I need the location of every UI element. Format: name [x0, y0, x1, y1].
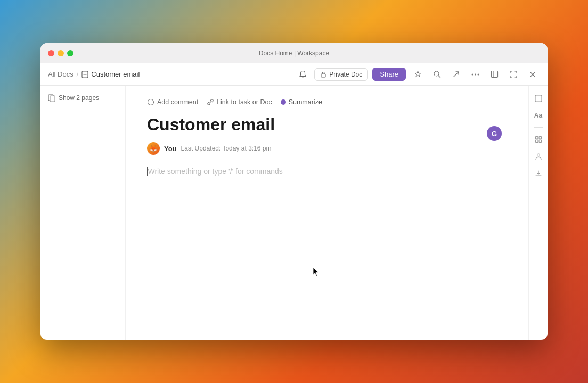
document-title[interactable]: Customer email	[147, 114, 507, 135]
people-icon	[535, 153, 542, 160]
summarize-button[interactable]: Summarize	[281, 98, 322, 106]
collapse-icon	[491, 70, 499, 78]
private-doc-button[interactable]: Private Doc	[314, 68, 368, 81]
svg-rect-10	[491, 71, 497, 78]
pages-icon	[48, 94, 55, 102]
link-task-button[interactable]: Link to task or Doc	[207, 98, 272, 106]
maximize-button[interactable]	[67, 50, 74, 56]
left-sidebar: Show 2 pages	[40, 86, 126, 340]
right-sidebar: Aa	[528, 86, 548, 340]
more-button[interactable]	[468, 67, 483, 82]
content-area: Show 2 pages Add comment	[40, 86, 548, 340]
avatar-emoji: 🦊	[150, 145, 157, 152]
export-button[interactable]	[448, 67, 463, 82]
link-task-label: Link to task or Doc	[217, 98, 272, 106]
placeholder-text: Write something or type '/' for commands	[148, 167, 283, 176]
show-pages-label: Show 2 pages	[59, 94, 99, 102]
titlebar: Docs Home | Workspace	[40, 43, 548, 63]
svg-rect-14	[50, 96, 55, 102]
summarize-dot	[281, 99, 286, 105]
close-window-button[interactable]	[525, 67, 540, 82]
fullscreen-icon	[510, 71, 517, 78]
app-window: Docs Home | Workspace All Docs / Custome…	[40, 43, 548, 340]
search-icon	[433, 70, 441, 78]
minimize-button[interactable]	[58, 50, 64, 56]
show-pages-button[interactable]: Show 2 pages	[48, 94, 99, 102]
layout-view-button[interactable]	[531, 132, 546, 147]
bell-icon-button[interactable]	[295, 67, 310, 82]
search-button[interactable]	[429, 67, 444, 82]
share-button[interactable]: Share	[372, 68, 406, 81]
download-button[interactable]	[531, 166, 546, 181]
bell-icon	[299, 70, 307, 78]
grid-icon	[535, 136, 542, 143]
x-icon	[529, 71, 536, 78]
comment-icon	[147, 98, 154, 106]
more-icon	[471, 73, 479, 76]
doc-page-icon	[81, 71, 88, 78]
collapse-button[interactable]	[487, 67, 502, 82]
layout-sidebar-button[interactable]	[531, 91, 546, 106]
window-title: Docs Home | Workspace	[259, 49, 329, 57]
doc-last-updated: Last Updated: Today at 3:16 pm	[181, 145, 272, 152]
avatar: 🦊	[147, 142, 160, 155]
toolbar: All Docs / Customer email	[40, 63, 548, 86]
editor-area[interactable]: Add comment Link to task or Doc Summariz…	[126, 86, 528, 340]
link-icon	[207, 98, 214, 106]
svg-rect-20	[535, 140, 538, 143]
lock-icon	[320, 71, 326, 78]
sidebar-divider	[534, 127, 543, 128]
add-comment-button[interactable]: Add comment	[147, 98, 198, 106]
add-comment-label: Add comment	[157, 98, 198, 106]
svg-point-9	[477, 73, 479, 75]
svg-rect-21	[539, 140, 542, 143]
people-button[interactable]	[531, 149, 546, 164]
svg-point-15	[148, 99, 154, 105]
breadcrumb: All Docs / Customer email	[48, 70, 291, 78]
svg-point-22	[537, 154, 540, 156]
download-icon	[535, 170, 542, 177]
layout-icon	[535, 95, 542, 102]
svg-line-6	[438, 76, 440, 78]
doc-author: You	[164, 145, 177, 153]
fullscreen-button[interactable]	[506, 67, 521, 82]
private-doc-label: Private Doc	[329, 71, 362, 78]
svg-rect-16	[535, 95, 542, 102]
editor-placeholder[interactable]: Write something or type '/' for commands	[147, 165, 507, 177]
ai-icon-label: G	[492, 130, 497, 138]
mouse-cursor	[312, 267, 321, 277]
export-icon	[452, 70, 460, 78]
doc-toolbar: Add comment Link to task or Doc Summariz…	[147, 98, 507, 106]
breadcrumb-separator: /	[77, 70, 79, 78]
font-icon: Aa	[534, 112, 542, 119]
svg-rect-4	[321, 74, 325, 77]
summarize-label: Summarize	[289, 98, 322, 106]
breadcrumb-current: Customer email	[81, 70, 140, 78]
star-icon	[414, 70, 422, 78]
svg-point-8	[475, 73, 476, 75]
font-settings-button[interactable]: Aa	[531, 108, 546, 123]
star-button[interactable]	[410, 67, 425, 82]
svg-rect-19	[539, 137, 542, 139]
traffic-lights	[40, 50, 74, 56]
breadcrumb-home[interactable]: All Docs	[48, 70, 74, 78]
doc-meta: 🦊 You Last Updated: Today at 3:16 pm	[147, 142, 507, 155]
toolbar-actions: Private Doc Share	[295, 67, 540, 82]
close-button[interactable]	[48, 50, 54, 56]
ai-floating-icon[interactable]: G	[487, 126, 502, 141]
svg-point-7	[471, 73, 473, 75]
svg-rect-18	[535, 137, 538, 139]
